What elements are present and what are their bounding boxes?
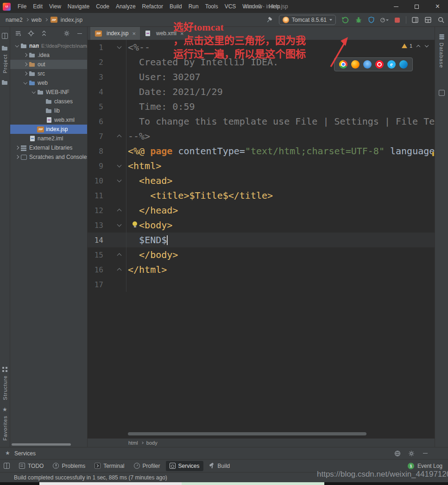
menu-view[interactable]: View	[46, 0, 64, 13]
project-view-selector-icon[interactable]	[14, 30, 21, 37]
editor-line[interactable]: 3 User: 30207	[88, 69, 435, 84]
maximize-button[interactable]	[406, 0, 427, 13]
editor-line[interactable]: 9<html>	[88, 158, 435, 173]
toolwindow-button-services[interactable]: Services	[166, 461, 203, 471]
chevron-down-icon[interactable]	[14, 43, 20, 49]
editor-line[interactable]: 10 <head>	[88, 173, 435, 188]
editor-line[interactable]: 5 Time: 0:59	[88, 99, 435, 114]
tab-index-jsp[interactable]: JSPindex.jsp×	[90, 27, 140, 40]
services-panel-title[interactable]: Services	[14, 450, 36, 457]
chevron-down-icon[interactable]	[22, 80, 28, 86]
menu-build[interactable]: Build	[166, 0, 185, 13]
tree-item-web-inf[interactable]: WEB-INF	[10, 88, 87, 97]
debug-button[interactable]	[354, 16, 363, 25]
search-everywhere-icon[interactable]	[436, 16, 445, 25]
tree-item-external-libraries[interactable]: External Libraries	[10, 143, 87, 152]
tree-item-name2[interactable]: name2E:\IdeaProjects\nam	[10, 41, 87, 50]
fold-open-icon[interactable]	[116, 222, 123, 228]
group-by-icon[interactable]	[394, 450, 401, 457]
chevron-right-icon[interactable]	[22, 62, 28, 68]
hide-panel-icon[interactable]	[76, 30, 83, 37]
editor-line[interactable]: 8<%@ page contentType="text/html;charset…	[88, 144, 435, 158]
editor-line[interactable]: 17	[88, 277, 435, 292]
services-settings-gear-icon[interactable]	[408, 450, 415, 457]
folder-stripe-button[interactable]	[2, 80, 8, 86]
fold-close-icon[interactable]	[116, 133, 123, 139]
fold-close-icon[interactable]	[116, 207, 123, 214]
menu-tools[interactable]: Tools	[202, 0, 221, 13]
stripe-menu-button[interactable]	[2, 33, 8, 39]
toolwindow-button-build[interactable]: Build	[205, 461, 234, 471]
editor-line[interactable]: 7--%>	[88, 129, 435, 144]
edge-browser-icon[interactable]	[399, 60, 408, 69]
editor-line[interactable]: 16</html>	[88, 262, 435, 277]
breadcrumb-body[interactable]: body	[146, 440, 158, 446]
fold-close-icon[interactable]	[116, 266, 123, 273]
intention-bulb-icon[interactable]	[133, 221, 137, 226]
coverage-button[interactable]	[367, 16, 376, 25]
fold-close-icon[interactable]	[116, 252, 123, 258]
menu-edit[interactable]: Edit	[30, 0, 46, 13]
locate-file-icon[interactable]	[27, 30, 34, 37]
editor-line[interactable]: 15 </body>	[88, 247, 435, 262]
tree-item-index-jsp[interactable]: JSPindex.jsp	[10, 125, 87, 134]
tree-item-name2-iml[interactable]: name2.iml	[10, 134, 87, 143]
prev-problem-icon[interactable]	[416, 44, 421, 48]
favorites-stripe-button[interactable]: ★ Favorites	[2, 407, 8, 441]
editor-line[interactable]: 12 </head>	[88, 203, 435, 218]
tree-item-idea[interactable]: .idea	[10, 50, 87, 60]
inspection-widget[interactable]: 1	[400, 42, 431, 50]
toolwindow-button-todo[interactable]: TODO	[15, 461, 47, 471]
project-stripe-button[interactable]: Project	[2, 45, 8, 73]
breadcrumb-name2[interactable]: name2	[6, 17, 23, 23]
profiler-button[interactable]	[380, 16, 389, 25]
breadcrumb-index-jsp[interactable]: index.jsp	[61, 17, 82, 23]
tree-item-scratches-and-consoles[interactable]: Scratches and Consoles	[10, 152, 87, 162]
fold-open-icon[interactable]	[116, 163, 123, 169]
chevron-down-icon[interactable]	[31, 89, 37, 95]
fold-open-icon[interactable]	[116, 177, 123, 184]
editor-line[interactable]: 6 To change this template use File | Set…	[88, 114, 435, 129]
toolwindow-button-profiler[interactable]: Profiler	[130, 461, 164, 471]
tree-item-out[interactable]: out	[10, 60, 87, 69]
tree-item-src[interactable]: src	[10, 69, 87, 78]
editor-horizontal-scrollbar[interactable]	[128, 432, 366, 435]
editor-line[interactable]: 13 <body>	[88, 218, 435, 233]
toolwindow-switcher-icon[interactable]	[4, 463, 10, 469]
menu-refactor[interactable]: Refactor	[139, 0, 166, 13]
breadcrumb-html[interactable]: html	[128, 440, 138, 446]
next-problem-icon[interactable]	[425, 44, 429, 48]
tree-item-web-xml[interactable]: web.xml	[10, 115, 87, 125]
event-log-button[interactable]: 1 Event Log	[408, 463, 444, 469]
project-scrollbar[interactable]	[12, 443, 71, 446]
project-settings-gear-icon[interactable]	[63, 30, 70, 37]
collapse-all-icon[interactable]	[40, 30, 47, 37]
minimize-button[interactable]	[385, 0, 406, 13]
breadcrumb-web[interactable]: web	[32, 17, 42, 23]
chevron-right-icon[interactable]	[22, 71, 28, 77]
structure-stripe-button[interactable]: Structure	[2, 366, 8, 400]
chevron-right-icon[interactable]	[14, 145, 20, 151]
menu-code[interactable]: Code	[93, 0, 113, 13]
toolwindow-button-terminal[interactable]: Terminal	[91, 461, 128, 471]
chevron-right-icon[interactable]	[14, 154, 20, 160]
tool-windows-icon[interactable]	[410, 16, 419, 25]
chevron-right-icon[interactable]	[22, 52, 28, 58]
opera-browser-icon[interactable]	[375, 60, 384, 69]
ie-browser-icon[interactable]	[387, 60, 396, 69]
close-tab-icon[interactable]: ×	[132, 31, 136, 37]
toolwindow-button-problems[interactable]: Problems	[49, 461, 89, 471]
safari-browser-icon[interactable]	[363, 60, 372, 69]
menu-run[interactable]: Run	[185, 0, 202, 13]
editor-line[interactable]: 11 <title>$Title$</title>	[88, 188, 435, 203]
firefox-browser-icon[interactable]	[351, 60, 360, 69]
close-button[interactable]: ×	[427, 0, 448, 13]
warning-stripe-mark[interactable]	[432, 152, 434, 156]
layout-icon[interactable]	[423, 16, 432, 25]
hide-services-icon[interactable]	[422, 450, 429, 457]
right-stripe-tool-button[interactable]	[439, 90, 445, 96]
menu-vcs[interactable]: VCS	[221, 0, 240, 13]
tree-item-web[interactable]: web	[10, 78, 87, 88]
menu-analyze[interactable]: Analyze	[113, 0, 139, 13]
editor-line[interactable]: 14 $END$	[88, 233, 435, 247]
